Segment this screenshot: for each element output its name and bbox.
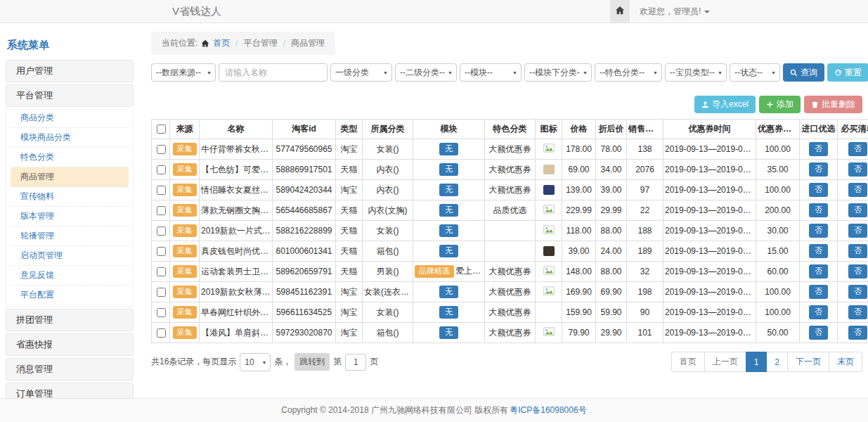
- sidebar-sub-item[interactable]: 意见反馈: [11, 266, 129, 286]
- row-checkbox[interactable]: [157, 247, 166, 256]
- page-button[interactable]: 1: [746, 352, 767, 372]
- page-button[interactable]: 2: [766, 352, 788, 372]
- row-checkbox[interactable]: [157, 288, 166, 297]
- module-badge: 无: [439, 163, 458, 175]
- must-buy-button[interactable]: 否: [848, 142, 867, 155]
- source-badge: 采集: [173, 184, 197, 196]
- sidebar-menu: 用户管理平台管理商品分类模块商品分类特色分类商品管理宣传物料版本管理轮播管理启动…: [6, 60, 134, 398]
- module-cell: 无: [413, 180, 485, 200]
- import-excel-button[interactable]: 导入excel: [694, 96, 756, 113]
- breadcrumb-home-link[interactable]: 首页: [213, 37, 230, 49]
- taoke-id-cell: 577479560965: [273, 139, 336, 160]
- type-cell: 天猫: [336, 160, 363, 180]
- filter-select[interactable]: --模块下分类--: [524, 63, 592, 82]
- batch-delete-button[interactable]: 批量删除: [804, 96, 862, 113]
- import-select-button[interactable]: 否: [809, 326, 828, 339]
- filter-select[interactable]: --二级分类--: [395, 63, 457, 82]
- sidebar-sub-item[interactable]: 平台配置: [11, 286, 129, 305]
- must-buy-button[interactable]: 否: [848, 224, 867, 237]
- page-button[interactable]: 上一页: [704, 352, 746, 372]
- filter-select-wrap: 一级分类: [330, 63, 392, 82]
- sidebar-section-item[interactable]: 消息管理: [6, 358, 134, 381]
- module-badge: 品牌精选: [415, 265, 454, 277]
- row-checkbox[interactable]: [157, 226, 166, 236]
- name-search-input[interactable]: [219, 63, 328, 82]
- row-checkbox[interactable]: [157, 308, 166, 317]
- jump-prefix: 第: [333, 356, 342, 368]
- page-size-select[interactable]: 10: [240, 353, 271, 371]
- discount-price-cell: 59.90: [596, 302, 627, 323]
- must-buy-button[interactable]: 否: [848, 264, 867, 278]
- import-select-button[interactable]: 否: [809, 305, 828, 319]
- page-button[interactable]: 下一页: [787, 352, 829, 372]
- sidebar-section-item[interactable]: 订单管理: [6, 383, 134, 398]
- product-name-cell: 2019新款女秋薄款...: [200, 282, 273, 302]
- coupon-amount-cell: 15.00: [756, 241, 800, 262]
- must-buy-button[interactable]: 否: [848, 203, 867, 217]
- filter-select[interactable]: --宝贝类型--: [665, 63, 727, 82]
- must-buy-button-cell: 否: [838, 221, 868, 241]
- must-buy-button[interactable]: 否: [848, 244, 867, 257]
- sidebar-section-item[interactable]: 省惠快报: [6, 333, 134, 356]
- filter-select[interactable]: --数据来源--: [151, 63, 216, 82]
- sidebar-sub-item[interactable]: 商品管理: [11, 167, 129, 187]
- module-badge: 无: [439, 224, 458, 236]
- import-select-button[interactable]: 否: [809, 183, 828, 196]
- sidebar-sub-item[interactable]: 版本管理: [11, 207, 129, 226]
- filter-select[interactable]: 一级分类: [330, 63, 392, 82]
- row-checkbox[interactable]: [157, 145, 166, 154]
- sidebar-sub-item[interactable]: 模块商品分类: [11, 128, 129, 148]
- must-buy-button[interactable]: 否: [848, 162, 867, 176]
- feature-category-cell: [485, 221, 536, 241]
- sidebar-sub-item[interactable]: 轮播管理: [11, 226, 129, 246]
- row-checkbox[interactable]: [157, 328, 166, 338]
- select-all-checkbox[interactable]: [157, 124, 166, 134]
- type-cell: 天猫: [336, 200, 363, 221]
- sidebar-sub-item[interactable]: 宣传物料: [11, 187, 129, 207]
- must-buy-button[interactable]: 否: [848, 305, 867, 319]
- import-select-button[interactable]: 否: [809, 162, 828, 176]
- discount-price-cell: 29.90: [596, 323, 627, 343]
- module-cell: 无: [413, 200, 485, 221]
- import-select-button[interactable]: 否: [809, 142, 828, 155]
- filter-select[interactable]: --状态--: [730, 63, 780, 82]
- import-select-button-cell: 否: [800, 200, 838, 221]
- add-button[interactable]: 添加: [759, 96, 801, 113]
- filter-select[interactable]: --模块--: [460, 63, 522, 82]
- sidebar-section-item[interactable]: 用户管理: [6, 60, 134, 82]
- row-checkbox[interactable]: [157, 186, 166, 195]
- sidebar-section-item[interactable]: 拼团管理: [6, 309, 134, 331]
- import-select-button[interactable]: 否: [809, 224, 828, 237]
- import-select-button[interactable]: 否: [809, 285, 828, 298]
- import-select-button[interactable]: 否: [809, 264, 828, 278]
- page-button[interactable]: 首页: [671, 352, 705, 372]
- import-select-button[interactable]: 否: [809, 244, 828, 257]
- must-buy-button[interactable]: 否: [848, 326, 867, 339]
- user-menu[interactable]: 欢迎您，管理员!: [630, 6, 720, 18]
- row-checkbox[interactable]: [157, 165, 166, 174]
- row-checkbox[interactable]: [157, 206, 166, 215]
- row-checkbox[interactable]: [157, 267, 166, 276]
- feature-category-cell: 大额优惠券: [485, 180, 536, 200]
- sidebar-section-item[interactable]: 平台管理: [6, 84, 134, 107]
- price-cell: 229.99: [562, 200, 596, 221]
- sidebar-sub-item[interactable]: 启动页管理: [11, 246, 129, 266]
- row-select-cell: [152, 139, 170, 160]
- page-number-input[interactable]: [345, 354, 366, 371]
- home-button[interactable]: [610, 0, 630, 23]
- sidebar-sub-item[interactable]: 特色分类: [11, 148, 129, 167]
- coupon-time-cell: 2019-09-13—2019-09-18: [663, 323, 756, 343]
- plus-icon: [766, 101, 774, 108]
- filter-select[interactable]: --特色分类--: [595, 63, 662, 82]
- feature-category-cell: 大额优惠券: [485, 139, 536, 160]
- must-buy-button[interactable]: 否: [848, 183, 867, 196]
- icp-link[interactable]: 粤ICP备16098006号: [510, 404, 586, 416]
- search-button[interactable]: 查询: [783, 63, 824, 82]
- import-select-button[interactable]: 否: [809, 203, 828, 217]
- must-buy-button[interactable]: 否: [848, 285, 867, 298]
- sidebar-sub-item[interactable]: 商品分类: [11, 108, 129, 128]
- page-button[interactable]: 末页: [829, 352, 862, 372]
- home-icon: [201, 39, 209, 48]
- jump-button[interactable]: 跳转到: [294, 353, 330, 371]
- reset-button[interactable]: 重置: [827, 63, 868, 82]
